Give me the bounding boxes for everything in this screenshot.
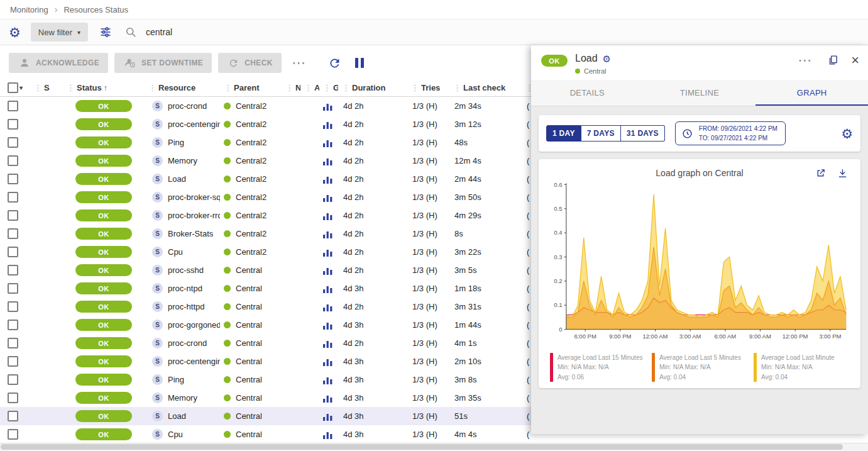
graph-icon[interactable] <box>323 376 332 384</box>
table-row[interactable]: OKSproc-centengineCentral24d 2h1/3 (H)3m… <box>0 115 566 133</box>
graph-icon[interactable] <box>323 266 332 275</box>
table-row[interactable]: OKSproc-broker-rrdCentral24d 2h1/3 (H)4m… <box>0 206 566 225</box>
copy-link-icon[interactable] <box>827 53 840 67</box>
search-input[interactable] <box>145 26 411 38</box>
parent-name[interactable]: Central2 <box>236 101 266 111</box>
column-header-duration[interactable]: ⋮Duration <box>338 79 407 96</box>
tab-graph[interactable]: GRAPH <box>755 80 868 106</box>
resource-name[interactable]: proc-ntpd <box>168 284 202 293</box>
parent-name[interactable]: Central <box>236 411 262 421</box>
graph-icon[interactable] <box>323 284 332 293</box>
resource-name[interactable]: proc-sshd <box>168 265 204 275</box>
panel-more-actions-icon[interactable]: ⋯ <box>794 53 815 67</box>
parent-name[interactable]: Central <box>236 393 262 403</box>
time-button-1-day[interactable]: 1 DAY <box>546 125 581 142</box>
column-header-tries[interactable]: ⋮Tries <box>407 79 449 96</box>
resource-name[interactable]: proc-centengine <box>168 120 220 129</box>
legend-item[interactable]: Average Load Last MinuteMin: N/A Max: N/… <box>754 353 849 382</box>
select-all-caret-icon[interactable]: ▾ <box>19 84 23 91</box>
graph-icon[interactable] <box>323 321 332 330</box>
table-row[interactable]: OKSCpuCentral24d 2h1/3 (H)3m 22s( <box>0 243 566 261</box>
table-row[interactable]: OKSproc-ntpdCentral4d 3h1/3 (H)1m 18s( <box>0 279 566 298</box>
parent-name[interactable]: Central <box>236 338 262 348</box>
graph-icon[interactable] <box>323 339 332 348</box>
legend-item[interactable]: Average Load Last 5 MinutesMin: N/A Max:… <box>652 353 747 382</box>
service-settings-gear-icon[interactable]: ⚙ <box>603 54 611 64</box>
time-button-7-days[interactable]: 7 DAYS <box>581 125 621 142</box>
parent-name[interactable]: Central2 <box>236 156 266 165</box>
resource-name[interactable]: proc-crond <box>168 101 207 111</box>
resource-name[interactable]: Ping <box>168 138 184 147</box>
select-all-checkbox[interactable] <box>8 82 18 93</box>
filter-settings-gear-icon[interactable]: ⚙ <box>9 26 21 39</box>
parent-name[interactable]: Central2 <box>236 174 266 184</box>
parent-name[interactable]: Central <box>236 284 262 293</box>
table-row[interactable]: OKSPingCentral4d 3h1/3 (H)3m 8s( <box>0 370 566 389</box>
graph-icon[interactable] <box>323 230 332 238</box>
row-checkbox[interactable] <box>8 429 18 440</box>
column-header-last-check[interactable]: ⋮Last check <box>449 79 522 96</box>
resource-name[interactable]: proc-httpd <box>168 302 205 311</box>
column-header-resource[interactable]: ⋮Resource <box>145 79 220 96</box>
resource-name[interactable]: proc-centengine <box>168 357 220 366</box>
table-row[interactable]: OKSproc-crondCentral4d 2h1/3 (H)4m 1s( <box>0 334 566 352</box>
row-checkbox[interactable] <box>8 301 18 312</box>
parent-name[interactable]: Central <box>236 430 262 439</box>
parent-name[interactable]: Central2 <box>236 229 266 238</box>
row-checkbox[interactable] <box>8 374 18 385</box>
parent-name[interactable]: Central2 <box>236 192 266 202</box>
row-checkbox[interactable] <box>8 265 18 276</box>
resource-name[interactable]: Cpu <box>168 247 183 257</box>
drag-handle-icon[interactable]: ⋮ <box>34 83 42 92</box>
acknowledge-button[interactable]: ACKNOWLEDGE <box>9 53 108 73</box>
drag-handle-icon[interactable]: ⋮ <box>224 83 232 92</box>
resource-name[interactable]: Cpu <box>168 430 183 439</box>
graph-icon[interactable] <box>323 138 332 147</box>
row-checkbox[interactable] <box>8 320 18 330</box>
resource-name[interactable]: Load <box>168 174 186 184</box>
more-actions-icon[interactable]: ⋯ <box>288 56 309 70</box>
horizontal-scrollbar[interactable] <box>0 443 868 451</box>
scrollbar-thumb[interactable] <box>1 444 843 450</box>
table-row[interactable]: OKSproc-sshdCentral4d 2h1/3 (H)3m 5s( <box>0 261 566 279</box>
column-header-n[interactable]: ⋮N <box>282 79 300 96</box>
resource-name[interactable]: Memory <box>168 156 197 165</box>
drag-handle-icon[interactable]: ⋮ <box>453 83 461 92</box>
graph-icon[interactable] <box>323 102 332 111</box>
panel-parent-name[interactable]: Central <box>584 67 606 75</box>
row-checkbox[interactable] <box>8 210 18 221</box>
table-row[interactable]: OKSproc-crondCentral24d 2h1/3 (H)2m 34s( <box>0 97 566 115</box>
row-checkbox[interactable] <box>8 155 18 166</box>
parent-name[interactable]: Central <box>236 265 262 275</box>
resource-name[interactable]: Ping <box>168 375 184 384</box>
time-button-31-days[interactable]: 31 DAYS <box>621 125 665 142</box>
row-checkbox[interactable] <box>8 101 18 111</box>
breadcrumb-resources-status[interactable]: Resources Status <box>63 5 128 14</box>
tab-details[interactable]: DETAILS <box>531 80 644 106</box>
tune-filters-icon[interactable] <box>98 25 113 40</box>
row-checkbox[interactable] <box>8 356 18 367</box>
load-chart[interactable]: 00.10.20.30.40.50.66:00 PM9:00 PM12:00 A… <box>544 179 855 347</box>
drag-handle-icon[interactable]: ⋮ <box>304 83 312 92</box>
table-row[interactable]: OKSproc-centengineCentral4d 3h1/3 (H)2m … <box>0 352 566 370</box>
pause-autorefresh-icon[interactable] <box>354 57 365 69</box>
row-checkbox[interactable] <box>8 137 18 148</box>
row-checkbox[interactable] <box>8 174 18 184</box>
resource-name[interactable]: proc-crond <box>168 338 207 348</box>
close-panel-icon[interactable]: × <box>851 53 859 67</box>
graph-icon[interactable] <box>323 193 332 202</box>
table-row[interactable]: OKSCpuCentral4d 3h1/3 (H)4m 4s( <box>0 425 566 443</box>
drag-handle-icon[interactable]: ⋮ <box>285 83 294 92</box>
graph-icon[interactable] <box>323 430 332 439</box>
parent-name[interactable]: Central2 <box>236 138 266 147</box>
drag-handle-icon[interactable]: ⋮ <box>342 83 350 92</box>
graph-icon[interactable] <box>323 175 332 184</box>
row-checkbox[interactable] <box>8 119 18 130</box>
table-row[interactable]: OKSLoadCentral24d 2h1/3 (H)2m 44s( <box>0 170 566 188</box>
resource-name[interactable]: proc-broker-sql <box>168 192 220 202</box>
drag-handle-icon[interactable]: ⋮ <box>411 83 419 92</box>
parent-name[interactable]: Central2 <box>236 120 266 129</box>
column-header-parent[interactable]: ⋮Parent <box>220 79 282 96</box>
set-downtime-button[interactable]: SET DOWNTIME <box>114 53 212 73</box>
resource-name[interactable]: Broker-Stats <box>168 229 213 238</box>
